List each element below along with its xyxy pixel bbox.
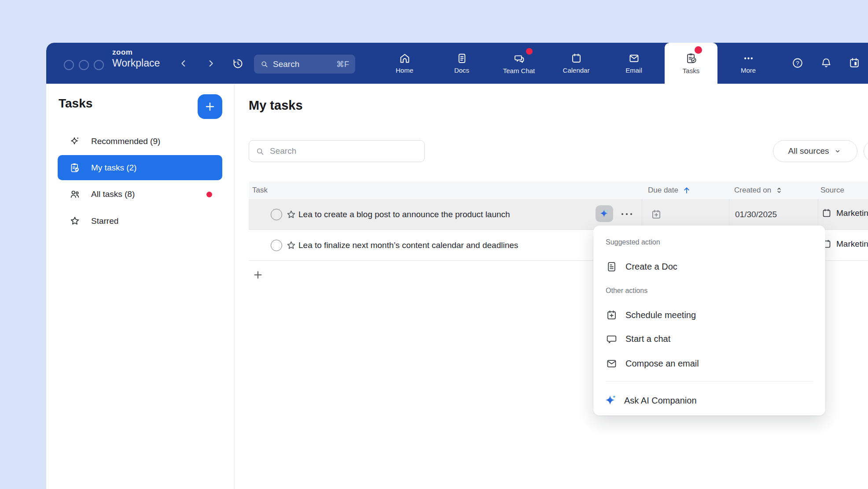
sidebar-title: Tasks [59,96,92,111]
add-task-button[interactable] [198,94,222,119]
sidebar-item-starred[interactable]: Starred [58,209,222,233]
team-chat-badge [526,48,533,55]
chevron-left-icon [179,59,188,68]
nav-label: Calendar [563,67,590,74]
ai-sparkle-icon [599,208,610,219]
row-more-actions-button[interactable] [622,213,632,215]
task-title: Lea to create a blog post to announce th… [298,210,510,219]
logo-workplace: Workplace [112,58,160,68]
menu-item-start-chat[interactable]: Start a chat [606,333,670,345]
nav-item-home[interactable]: Home [383,43,427,84]
star-icon[interactable] [286,240,297,251]
task-complete-checkbox[interactable] [271,240,282,251]
sidebar-item-all-tasks[interactable]: All tasks (8) [58,182,222,207]
menu-item-create-doc[interactable]: Create a Doc [606,261,677,273]
history-icon [232,58,244,70]
doc-icon [606,261,618,273]
secondary-filter-button[interactable] [864,140,868,162]
created-on-value: 01/30/2025 [735,210,777,219]
source-value: Marketing [836,239,868,249]
svg-text:?: ? [796,60,799,67]
page-title: My tasks [249,98,303,113]
add-due-date-icon[interactable] [651,209,662,220]
search-icon [260,60,268,68]
menu-item-ask-ai-companion[interactable]: Ask AI Companion [604,394,697,407]
task-source: Marketing [821,239,868,249]
nav-item-email[interactable]: Email [612,43,656,84]
nav-item-more[interactable]: More [726,43,770,84]
schedule-button[interactable] [848,57,861,69]
email-icon [628,52,640,64]
window-control-minimize[interactable] [79,60,89,70]
nav-label: Team Chat [503,67,535,74]
sparkle-icon [69,136,81,147]
forward-button[interactable] [205,57,217,70]
help-icon: ? [791,57,804,69]
task-title: Lea to finalize next month’s content cal… [298,241,518,250]
nav-label: Docs [454,67,469,74]
menu-item-schedule-meeting[interactable]: Schedule meeting [606,309,696,321]
nav-item-docs[interactable]: Docs [440,43,484,84]
sort-ascending-icon[interactable] [682,185,691,195]
table-header: Task Due date Created on Source [249,182,868,199]
column-header-task: Task [252,182,268,199]
menu-item-compose-email[interactable]: Compose an email [606,358,699,370]
nav-item-tasks-active[interactable]: Tasks [665,43,717,84]
plus-icon [252,269,264,281]
sidebar-item-label: Recommended (9) [91,137,160,146]
more-icon [743,52,754,64]
menu-item-label: Start a chat [625,334,670,344]
global-search-placeholder: Search [273,59,336,69]
global-search-input[interactable]: Search ⌘F [254,55,355,74]
search-shortcut: ⌘F [336,59,349,69]
clipboard-check-icon [69,162,81,174]
search-icon [255,147,265,156]
sidebar-item-recommended[interactable]: Recommended (9) [58,129,222,154]
sidebar-item-label: Starred [91,216,118,226]
nav-item-calendar[interactable]: Calendar [554,43,598,84]
chevron-down-icon [833,147,842,156]
home-icon [399,52,411,64]
bell-icon [820,57,832,69]
logo-zoom: zoom [112,48,160,56]
all-tasks-unread-dot [206,192,212,197]
sidebar-item-label: All tasks (8) [91,189,135,199]
source-value: Marketing [836,208,868,218]
source-filter-label: All sources [788,146,829,156]
nav-label: Email [625,67,642,74]
tasks-badge [695,46,702,54]
column-header-source: Source [820,182,844,199]
menu-divider [606,381,813,382]
column-header-due-date[interactable]: Due date [648,182,691,199]
star-icon [69,215,81,227]
window-control-close[interactable] [64,60,74,70]
tasks-sidebar: Tasks Recommended (9) My tasks (2) [46,84,235,489]
column-divider [642,199,642,230]
calendar-icon [570,52,582,64]
top-navbar: zoom Workplace Search ⌘F Home [46,43,868,84]
history-button[interactable] [232,57,244,70]
source-filter-dropdown[interactable]: All sources [773,140,857,162]
notifications-button[interactable] [820,57,832,69]
help-button[interactable]: ? [791,57,804,69]
plus-icon [204,100,216,113]
chat-bubble-icon [606,333,618,345]
people-icon [69,189,81,200]
ai-companion-button[interactable] [596,205,613,222]
menu-item-label: Ask AI Companion [624,396,697,406]
back-button[interactable] [177,57,190,70]
task-search-input[interactable] [269,146,418,156]
menu-item-label: Schedule meeting [625,310,696,320]
sort-both-icon[interactable] [775,186,783,195]
column-header-created-on[interactable]: Created on [734,182,783,199]
calendar-icon [821,208,832,219]
star-icon[interactable] [286,209,297,220]
zoom-workplace-logo: zoom Workplace [112,48,160,68]
window-control-zoom[interactable] [94,60,104,70]
nav-label: Tasks [683,67,699,74]
chevron-right-icon [206,59,216,68]
nav-item-team-chat[interactable]: Team Chat [497,43,541,84]
task-complete-checkbox[interactable] [271,209,282,220]
sidebar-item-my-tasks[interactable]: My tasks (2) [58,155,222,180]
column-divider [818,199,818,230]
